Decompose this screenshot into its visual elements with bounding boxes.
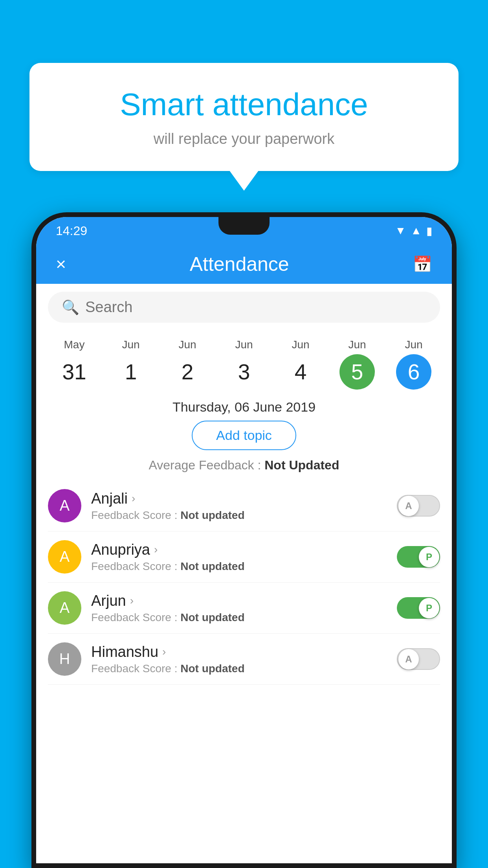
app-header: × Attendance 📅 <box>36 245 452 284</box>
toggle-knob: P <box>419 598 439 618</box>
bubble-title: Smart attendance <box>57 86 431 123</box>
list-item: AAnjali ›Feedback Score : Not updatedA <box>48 480 440 531</box>
search-icon: 🔍 <box>62 299 79 316</box>
add-topic-button[interactable]: Add topic <box>192 421 296 450</box>
avatar: A <box>48 591 81 625</box>
date-month: Jun <box>235 338 253 351</box>
feedback-score: Feedback Score : Not updated <box>91 560 387 573</box>
student-name[interactable]: Anupriya › <box>91 541 387 558</box>
attendance-toggle[interactable]: P <box>397 597 440 619</box>
chevron-right-icon: › <box>154 543 158 556</box>
date-month: Jun <box>292 338 309 351</box>
date-day: 1 <box>113 354 149 390</box>
date-month: Jun <box>178 338 196 351</box>
calendar-icon[interactable]: 📅 <box>413 255 432 274</box>
avatar: A <box>48 489 81 522</box>
student-info: Himanshu ›Feedback Score : Not updated <box>91 644 387 675</box>
search-bar[interactable]: 🔍 <box>48 292 440 323</box>
student-name[interactable]: Himanshu › <box>91 644 387 660</box>
bubble-subtitle: will replace your paperwork <box>57 131 431 147</box>
list-item: HHimanshu ›Feedback Score : Not updatedA <box>48 634 440 685</box>
phone-frame: 14:29 ▼ ▲ ▮ × Attendance 📅 🔍 May31Jun1Ju… <box>31 212 457 868</box>
date-item[interactable]: Jun2 <box>170 338 205 390</box>
wifi-icon: ▼ <box>395 224 406 237</box>
status-icons: ▼ ▲ ▮ <box>395 224 432 237</box>
attendance-toggle[interactable]: A <box>397 495 440 517</box>
attendance-toggle[interactable]: P <box>397 546 440 568</box>
date-month: Jun <box>405 338 422 351</box>
date-day: 31 <box>57 354 92 390</box>
student-list: AAnjali ›Feedback Score : Not updatedAAA… <box>36 480 452 685</box>
date-item[interactable]: May31 <box>57 338 92 390</box>
average-feedback: Average Feedback : Not Updated <box>36 458 452 473</box>
toggle-container: A <box>397 648 440 670</box>
date-item[interactable]: Jun3 <box>226 338 262 390</box>
student-info: Arjun ›Feedback Score : Not updated <box>91 592 387 624</box>
date-day: 6 <box>396 354 431 390</box>
date-month: May <box>64 338 85 351</box>
avatar: A <box>48 540 81 574</box>
list-item: AArjun ›Feedback Score : Not updatedP <box>48 583 440 634</box>
close-button[interactable]: × <box>56 254 66 274</box>
date-item[interactable]: Jun4 <box>283 338 318 390</box>
date-day: 4 <box>283 354 318 390</box>
battery-icon: ▮ <box>426 224 432 237</box>
phone-notch <box>218 217 270 235</box>
date-month: Jun <box>122 338 139 351</box>
feedback-score: Feedback Score : Not updated <box>91 611 387 624</box>
status-time: 14:29 <box>56 224 87 238</box>
toggle-container: P <box>397 597 440 619</box>
chevron-right-icon: › <box>162 645 166 658</box>
date-day: 2 <box>170 354 205 390</box>
student-info: Anupriya ›Feedback Score : Not updated <box>91 541 387 573</box>
page-title: Attendance <box>190 253 289 276</box>
student-name[interactable]: Anjali › <box>91 490 387 507</box>
signal-icon: ▲ <box>411 224 422 237</box>
toggle-knob: A <box>398 496 419 516</box>
feedback-score: Feedback Score : Not updated <box>91 662 387 675</box>
toggle-knob: P <box>419 547 439 567</box>
selected-date: Thursday, 06 June 2019 <box>36 399 452 415</box>
phone-inner: 14:29 ▼ ▲ ▮ × Attendance 📅 🔍 May31Jun1Ju… <box>36 217 452 863</box>
avatar: H <box>48 642 81 676</box>
toggle-container: A <box>397 495 440 517</box>
list-item: AAnupriya ›Feedback Score : Not updatedP <box>48 531 440 583</box>
avg-feedback-value: Not Updated <box>264 458 339 472</box>
toggle-knob: A <box>398 649 419 669</box>
student-info: Anjali ›Feedback Score : Not updated <box>91 490 387 522</box>
date-item[interactable]: Jun5 <box>339 338 375 390</box>
date-item[interactable]: Jun1 <box>113 338 149 390</box>
date-item[interactable]: Jun6 <box>396 338 431 390</box>
search-input[interactable] <box>85 299 426 316</box>
toggle-container: P <box>397 546 440 568</box>
date-day: 3 <box>226 354 262 390</box>
avg-feedback-label: Average Feedback : <box>149 458 265 472</box>
student-name[interactable]: Arjun › <box>91 592 387 609</box>
date-day: 5 <box>339 354 375 390</box>
app-content: 🔍 May31Jun1Jun2Jun3Jun4Jun5Jun6 Thursday… <box>36 284 452 863</box>
feedback-score: Feedback Score : Not updated <box>91 509 387 522</box>
attendance-toggle[interactable]: A <box>397 648 440 670</box>
chevron-right-icon: › <box>130 594 134 607</box>
speech-bubble: Smart attendance will replace your paper… <box>29 63 459 171</box>
chevron-right-icon: › <box>132 492 135 505</box>
date-picker: May31Jun1Jun2Jun3Jun4Jun5Jun6 <box>36 331 452 390</box>
date-month: Jun <box>348 338 366 351</box>
